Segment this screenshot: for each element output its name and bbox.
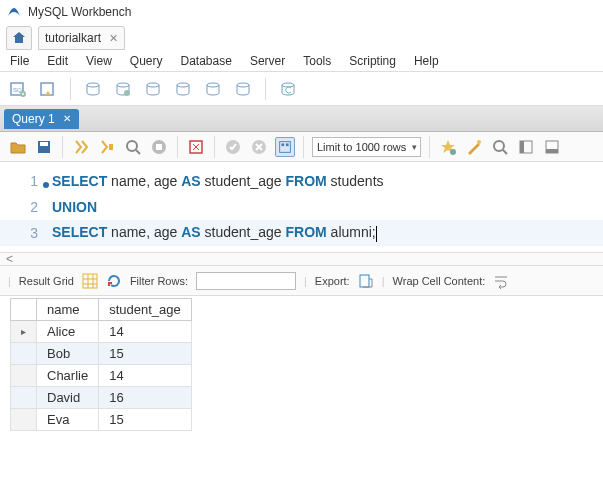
open-sql-icon[interactable] — [38, 79, 58, 99]
table-row[interactable]: Bob15 — [11, 343, 192, 365]
execute-icon[interactable] — [71, 137, 91, 157]
gutter-line-number: 3 — [0, 225, 52, 241]
star-icon[interactable] — [438, 137, 458, 157]
row-header[interactable] — [11, 343, 37, 365]
cell[interactable]: Eva — [37, 409, 99, 431]
gutter-line-number: 2 — [0, 199, 52, 215]
cell[interactable]: 15 — [99, 343, 192, 365]
filter-rows-label: Filter Rows: — [130, 275, 188, 287]
cell[interactable]: David — [37, 387, 99, 409]
explain-icon[interactable] — [123, 137, 143, 157]
svg-point-26 — [494, 141, 504, 151]
wrap-cell-icon[interactable] — [493, 273, 509, 289]
column-header[interactable]: name — [37, 299, 99, 321]
svg-rect-17 — [156, 144, 162, 150]
svg-point-4 — [87, 83, 99, 87]
cell[interactable]: 14 — [99, 365, 192, 387]
panel-2-icon[interactable] — [542, 137, 562, 157]
cell[interactable]: Bob — [37, 343, 99, 365]
editor-line[interactable]: 3SELECT name, age AS student_age FROM al… — [0, 220, 603, 246]
app-logo-icon — [6, 4, 22, 20]
panel-1-icon[interactable] — [516, 137, 536, 157]
column-header[interactable]: student_age — [99, 299, 192, 321]
table-row[interactable]: David16 — [11, 387, 192, 409]
db-icon-6[interactable] — [233, 79, 253, 99]
cell[interactable]: 14 — [99, 321, 192, 343]
row-header[interactable] — [11, 409, 37, 431]
open-file-icon[interactable] — [8, 137, 28, 157]
limit-rows-select[interactable]: Limit to 1000 rows — [312, 137, 421, 157]
editor-line[interactable]: 2UNION — [0, 194, 603, 220]
toggle-1-icon[interactable] — [223, 137, 243, 157]
refresh-icon[interactable] — [106, 273, 122, 289]
row-header[interactable] — [11, 365, 37, 387]
code-text: SELECT name, age AS student_age FROM alu… — [52, 224, 377, 241]
stop-icon[interactable] — [149, 137, 169, 157]
db-icon-1[interactable] — [83, 79, 103, 99]
menu-tools[interactable]: Tools — [303, 54, 331, 68]
toolbar-separator — [70, 78, 71, 100]
svg-point-25 — [477, 140, 481, 144]
toggle-3-icon[interactable] — [275, 137, 295, 157]
cell[interactable]: 15 — [99, 409, 192, 431]
query-tab-label: Query 1 — [12, 112, 55, 126]
cell[interactable]: Charlie — [37, 365, 99, 387]
menu-server[interactable]: Server — [250, 54, 285, 68]
new-sql-tab-icon[interactable]: SQL — [8, 79, 28, 99]
close-icon[interactable]: ✕ — [109, 32, 118, 45]
filter-rows-input[interactable] — [196, 272, 296, 290]
grid-icon[interactable] — [82, 273, 98, 289]
wrap-cell-label: Wrap Cell Content: — [393, 275, 486, 287]
editor-line[interactable]: 1SELECT name, age AS student_age FROM st… — [0, 168, 603, 194]
result-grid-label: Result Grid — [19, 275, 74, 287]
statement-marker-icon — [43, 182, 49, 188]
svg-rect-23 — [286, 143, 289, 146]
save-icon[interactable] — [34, 137, 54, 157]
db-icon-2[interactable] — [113, 79, 133, 99]
menu-bar: File Edit View Query Database Server Too… — [0, 50, 603, 72]
sql-editor[interactable]: 1SELECT name, age AS student_age FROM st… — [0, 162, 603, 252]
commit-icon[interactable] — [186, 137, 206, 157]
svg-point-7 — [147, 83, 159, 87]
menu-view[interactable]: View — [86, 54, 112, 68]
db-icon-4[interactable] — [173, 79, 193, 99]
toggle-2-icon[interactable] — [249, 137, 269, 157]
query-tab[interactable]: Query 1 ✕ — [4, 109, 79, 129]
menu-help[interactable]: Help — [414, 54, 439, 68]
row-header[interactable]: ▸ — [11, 321, 37, 343]
db-icon-3[interactable] — [143, 79, 163, 99]
table-row[interactable]: ▸Alice14 — [11, 321, 192, 343]
execute-current-icon[interactable] — [97, 137, 117, 157]
row-header[interactable] — [11, 387, 37, 409]
toolbar-separator — [177, 136, 178, 158]
beautify-icon[interactable] — [464, 137, 484, 157]
close-icon[interactable]: ✕ — [63, 113, 71, 124]
gutter-line-number: 1 — [0, 173, 52, 189]
cell[interactable]: Alice — [37, 321, 99, 343]
title-bar: MySQL Workbench — [0, 0, 603, 24]
connection-tab-label: tutorialkart — [45, 31, 101, 45]
menu-edit[interactable]: Edit — [47, 54, 68, 68]
splitter[interactable]: < — [0, 252, 603, 266]
db-icon-5[interactable] — [203, 79, 223, 99]
svg-point-8 — [177, 83, 189, 87]
menu-file[interactable]: File — [10, 54, 29, 68]
result-grid[interactable]: namestudent_age▸Alice14Bob15Charlie14Dav… — [10, 298, 192, 431]
db-refresh-icon[interactable] — [278, 79, 298, 99]
divider: | — [304, 275, 307, 287]
table-row[interactable]: Charlie14 — [11, 365, 192, 387]
svg-point-5 — [117, 83, 129, 87]
divider: | — [382, 275, 385, 287]
find-icon[interactable] — [490, 137, 510, 157]
cell[interactable]: 16 — [99, 387, 192, 409]
svg-rect-30 — [546, 149, 558, 153]
menu-query[interactable]: Query — [130, 54, 163, 68]
menu-database[interactable]: Database — [181, 54, 232, 68]
table-row[interactable]: Eva15 — [11, 409, 192, 431]
home-button[interactable] — [6, 26, 32, 50]
connection-tab[interactable]: tutorialkart ✕ — [38, 26, 125, 50]
menu-scripting[interactable]: Scripting — [349, 54, 396, 68]
toolbar-separator — [265, 78, 266, 100]
export-icon[interactable] — [358, 273, 374, 289]
svg-rect-28 — [520, 141, 524, 153]
